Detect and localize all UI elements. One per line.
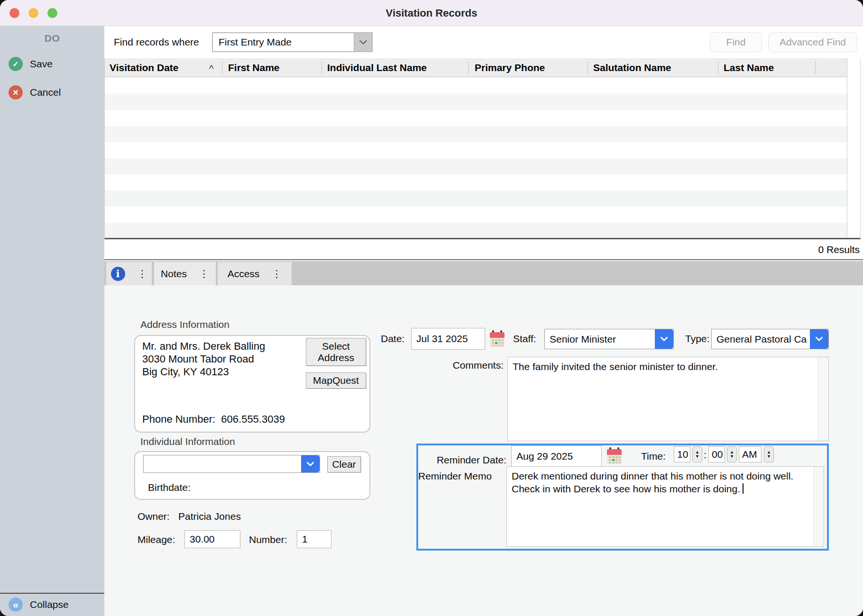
reminder-date-input[interactable]: [511, 445, 602, 467]
comments-label: Comments:: [448, 360, 504, 371]
staff-label: Staff:: [513, 333, 536, 344]
find-bar: Find records where First Entry Made Find…: [104, 26, 863, 58]
tab-info[interactable]: i ⋮: [106, 262, 152, 285]
date-label: Date:: [381, 333, 404, 344]
cancel-button[interactable]: ✕ Cancel: [0, 84, 104, 101]
results-bar: 0 Results: [104, 239, 863, 260]
find-field-selected-value: First Entry Made: [213, 36, 354, 48]
reminder-minute-input[interactable]: [708, 446, 725, 462]
cancel-label: Cancel: [30, 87, 61, 98]
cancel-x-icon: ✕: [9, 85, 23, 100]
tab-options-icon[interactable]: ⋮: [199, 268, 209, 280]
owner-label: Owner:: [138, 511, 170, 522]
find-records-where-label: Find records where: [114, 26, 199, 58]
reminder-section-highlighted: Reminder Date:: [416, 444, 829, 551]
column-divider: [588, 61, 588, 74]
collapse-label: Collapse: [30, 599, 69, 610]
chevron-down-icon: [810, 329, 828, 349]
tab-notes[interactable]: Notes ⋮: [154, 262, 216, 285]
individual-select[interactable]: [143, 455, 320, 473]
comments-textarea[interactable]: The family invited the senior minister t…: [507, 357, 829, 441]
address-line-3: Big City, KY 40123: [142, 365, 265, 378]
window-title: Visitation Records: [0, 0, 863, 26]
hour-stepper[interactable]: ▲▼: [692, 446, 702, 462]
meridiem-stepper[interactable]: ▲▼: [764, 446, 774, 462]
mileage-input[interactable]: [184, 530, 240, 548]
column-header-individual-last-name[interactable]: Individual Last Name: [327, 58, 427, 77]
comments-scrollbar[interactable]: [818, 357, 828, 441]
reminder-memo-text: Derek mentioned during dinner that his m…: [512, 471, 793, 494]
individual-information-label: Individual Information: [140, 436, 235, 447]
reminder-meridiem-input[interactable]: [739, 446, 762, 462]
reminder-memo-textarea[interactable]: Derek mentioned during dinner that his m…: [506, 466, 824, 547]
address-block: Mr. and Mrs. Derek Balling 3030 Mount Ta…: [142, 340, 265, 378]
select-address-button[interactable]: Select Address: [306, 338, 366, 366]
address-line-1: Mr. and Mrs. Derek Balling: [142, 340, 265, 353]
table-scrollbar[interactable]: [847, 58, 860, 238]
address-line-2: 3030 Mount Tabor Road: [142, 353, 265, 365]
select-address-button-label: Select Address: [310, 341, 362, 363]
tab-access-label: Access: [228, 268, 260, 280]
reminder-hour-input[interactable]: [674, 446, 690, 462]
number-input[interactable]: [297, 530, 331, 548]
visitation-detail-form: Address Information Mr. and Mrs. Derek B…: [104, 285, 863, 616]
type-select[interactable]: General Pastoral Ca: [711, 329, 829, 349]
save-check-icon: ✓: [9, 57, 23, 71]
column-header-last-name[interactable]: Last Name: [724, 58, 774, 77]
column-header-visitation-date[interactable]: Visitation Date: [110, 58, 178, 77]
birthdate-label: Birthdate:: [148, 482, 191, 493]
address-information-label: Address Information: [140, 319, 230, 330]
column-divider: [815, 61, 816, 74]
time-separator: :: [704, 449, 707, 461]
phone-label: Phone Number:: [142, 413, 215, 425]
tab-access[interactable]: Access ⋮: [218, 262, 292, 285]
memo-scrollbar[interactable]: [814, 467, 824, 546]
main-content: Find records where First Entry Made Find…: [104, 26, 863, 616]
sort-ascending-icon[interactable]: ^: [209, 59, 213, 78]
column-header-first-name[interactable]: First Name: [228, 58, 280, 77]
titlebar: Visitation Records: [0, 0, 863, 26]
time-label: Time:: [641, 451, 666, 462]
results-count: 0 Results: [818, 239, 860, 260]
find-button[interactable]: Find: [710, 32, 762, 52]
staff-select[interactable]: Senior Minister: [544, 329, 674, 349]
column-divider: [321, 61, 322, 74]
mapquest-button-label: MapQuest: [313, 375, 359, 386]
sidebar-footer: « Collapse: [0, 593, 104, 616]
info-glyph: i: [116, 268, 120, 280]
advanced-find-button[interactable]: Advanced Find: [768, 32, 857, 52]
individual-selected-value: [144, 455, 301, 472]
visitation-records-window: Visitation Records DO ✓ Save ✕ Cancel « …: [0, 0, 863, 616]
info-icon: i: [111, 267, 125, 281]
column-header-salutation-name[interactable]: Salutation Name: [593, 58, 671, 77]
phone-value: 606.555.3039: [221, 413, 285, 425]
find-field-select[interactable]: First Entry Made: [212, 32, 373, 52]
chevron-down-icon: [354, 33, 372, 51]
tab-options-icon[interactable]: ⋮: [138, 268, 147, 280]
clear-button-label: Clear: [332, 459, 356, 470]
column-header-primary-phone[interactable]: Primary Phone: [475, 58, 545, 77]
table-body-empty: [105, 78, 860, 238]
calendar-icon[interactable]: [489, 330, 505, 348]
number-label: Number:: [249, 534, 287, 545]
comments-text: The family invited the senior minister t…: [513, 361, 718, 372]
chevron-down-icon: [301, 455, 320, 472]
type-label: Type:: [685, 333, 709, 344]
column-divider: [222, 61, 222, 74]
advanced-find-button-label: Advanced Find: [780, 36, 846, 48]
mapquest-button[interactable]: MapQuest: [306, 372, 366, 389]
find-button-label: Find: [726, 36, 746, 48]
phone-row: Phone Number: 606.555.3039: [142, 413, 285, 426]
column-divider: [718, 61, 718, 74]
calendar-icon[interactable]: [606, 447, 622, 465]
collapse-button[interactable]: « Collapse: [0, 596, 104, 613]
text-cursor: [743, 483, 744, 494]
sidebar: DO ✓ Save ✕ Cancel « Collapse: [0, 26, 104, 616]
tab-options-icon[interactable]: ⋮: [272, 268, 282, 280]
owner-value: Patricia Jones: [178, 511, 241, 522]
minute-stepper[interactable]: ▲▼: [727, 446, 737, 462]
visit-date-input[interactable]: [411, 328, 485, 350]
clear-button[interactable]: Clear: [327, 456, 361, 472]
save-button[interactable]: ✓ Save: [0, 55, 104, 72]
save-label: Save: [30, 58, 53, 70]
